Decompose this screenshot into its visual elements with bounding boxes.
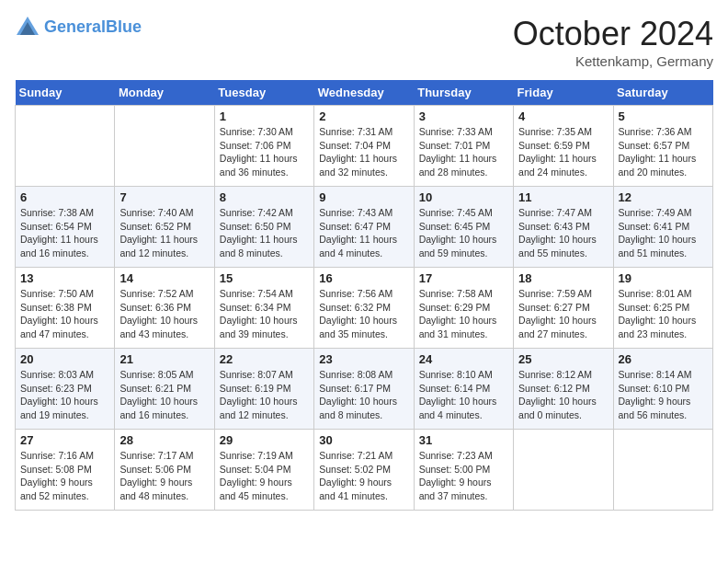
day-info: Sunrise: 8:12 AMSunset: 6:12 PMDaylight:… [518, 368, 608, 422]
day-number: 9 [319, 190, 408, 204]
day-info: Sunrise: 7:52 AMSunset: 6:36 PMDaylight:… [119, 287, 209, 341]
day-info: Sunrise: 7:54 AMSunset: 6:34 PMDaylight:… [220, 287, 309, 341]
day-info: Sunrise: 8:07 AMSunset: 6:19 PMDaylight:… [220, 368, 309, 422]
day-number: 30 [319, 433, 408, 447]
title-block: October 2024 Kettenkamp, Germany [513, 15, 713, 69]
calendar-cell [115, 106, 214, 187]
day-number: 10 [419, 190, 508, 204]
day-info: Sunrise: 7:45 AMSunset: 6:45 PMDaylight:… [419, 206, 508, 260]
day-number: 1 [220, 109, 309, 123]
day-info: Sunrise: 7:49 AMSunset: 6:41 PMDaylight:… [619, 206, 708, 260]
calendar-cell: 28Sunrise: 7:17 AMSunset: 5:06 PMDayligh… [115, 430, 214, 511]
day-number: 15 [220, 271, 309, 285]
day-number: 24 [419, 352, 508, 366]
day-info: Sunrise: 8:10 AMSunset: 6:14 PMDaylight:… [419, 368, 508, 422]
calendar-cell: 4Sunrise: 7:35 AMSunset: 6:59 PMDaylight… [514, 106, 613, 187]
calendar-cell: 7Sunrise: 7:40 AMSunset: 6:52 PMDaylight… [115, 187, 214, 268]
calendar-cell [514, 430, 613, 511]
logo-text: GeneralBlue [44, 17, 142, 38]
day-number: 21 [119, 352, 209, 366]
day-number: 18 [518, 271, 608, 285]
day-info: Sunrise: 7:50 AMSunset: 6:38 PMDaylight:… [20, 287, 109, 341]
day-info: Sunrise: 8:03 AMSunset: 6:23 PMDaylight:… [20, 368, 109, 422]
header-tuesday: Tuesday [214, 80, 313, 106]
page-header: GeneralBlue October 2024 Kettenkamp, Ger… [15, 15, 713, 69]
calendar-cell: 26Sunrise: 8:14 AMSunset: 6:10 PMDayligh… [613, 349, 712, 430]
calendar-week-5: 27Sunrise: 7:16 AMSunset: 5:08 PMDayligh… [16, 430, 713, 511]
day-info: Sunrise: 7:43 AMSunset: 6:47 PMDaylight:… [319, 206, 408, 260]
day-info: Sunrise: 7:33 AMSunset: 7:01 PMDaylight:… [419, 125, 508, 179]
calendar-cell: 14Sunrise: 7:52 AMSunset: 6:36 PMDayligh… [115, 268, 214, 349]
calendar-cell [16, 106, 115, 187]
header-monday: Monday [115, 80, 214, 106]
day-number: 7 [119, 190, 209, 204]
calendar-cell: 25Sunrise: 8:12 AMSunset: 6:12 PMDayligh… [514, 349, 613, 430]
day-number: 25 [518, 352, 608, 366]
day-info: Sunrise: 8:14 AMSunset: 6:10 PMDaylight:… [619, 368, 708, 422]
calendar-week-1: 1Sunrise: 7:30 AMSunset: 7:06 PMDaylight… [16, 106, 713, 187]
calendar-cell: 3Sunrise: 7:33 AMSunset: 7:01 PMDaylight… [414, 106, 513, 187]
day-info: Sunrise: 8:05 AMSunset: 6:21 PMDaylight:… [119, 368, 209, 422]
day-info: Sunrise: 7:58 AMSunset: 6:29 PMDaylight:… [419, 287, 508, 341]
calendar-cell: 10Sunrise: 7:45 AMSunset: 6:45 PMDayligh… [414, 187, 513, 268]
day-info: Sunrise: 7:47 AMSunset: 6:43 PMDaylight:… [518, 206, 608, 260]
calendar-cell: 13Sunrise: 7:50 AMSunset: 6:38 PMDayligh… [16, 268, 115, 349]
calendar-cell: 30Sunrise: 7:21 AMSunset: 5:02 PMDayligh… [314, 430, 414, 511]
calendar-cell: 18Sunrise: 7:59 AMSunset: 6:27 PMDayligh… [514, 268, 613, 349]
calendar-cell: 8Sunrise: 7:42 AMSunset: 6:50 PMDaylight… [214, 187, 313, 268]
calendar-cell: 23Sunrise: 8:08 AMSunset: 6:17 PMDayligh… [314, 349, 414, 430]
day-number: 3 [419, 109, 508, 123]
calendar-cell: 20Sunrise: 8:03 AMSunset: 6:23 PMDayligh… [16, 349, 115, 430]
day-info: Sunrise: 7:38 AMSunset: 6:54 PMDaylight:… [20, 206, 109, 260]
location: Kettenkamp, Germany [513, 53, 713, 69]
header-wednesday: Wednesday [314, 80, 414, 106]
day-info: Sunrise: 7:31 AMSunset: 7:04 PMDaylight:… [319, 125, 408, 179]
calendar-cell: 5Sunrise: 7:36 AMSunset: 6:57 PMDaylight… [613, 106, 712, 187]
day-info: Sunrise: 7:19 AMSunset: 5:04 PMDaylight:… [220, 449, 309, 503]
calendar-cell: 31Sunrise: 7:23 AMSunset: 5:00 PMDayligh… [414, 430, 513, 511]
calendar-cell: 24Sunrise: 8:10 AMSunset: 6:14 PMDayligh… [414, 349, 513, 430]
calendar-cell: 15Sunrise: 7:54 AMSunset: 6:34 PMDayligh… [214, 268, 313, 349]
day-number: 12 [619, 190, 708, 204]
day-number: 19 [619, 271, 708, 285]
calendar-table: SundayMondayTuesdayWednesdayThursdayFrid… [15, 80, 713, 511]
calendar-cell: 16Sunrise: 7:56 AMSunset: 6:32 PMDayligh… [314, 268, 414, 349]
day-number: 4 [518, 109, 608, 123]
calendar-cell: 19Sunrise: 8:01 AMSunset: 6:25 PMDayligh… [613, 268, 712, 349]
day-number: 14 [119, 271, 209, 285]
calendar-week-3: 13Sunrise: 7:50 AMSunset: 6:38 PMDayligh… [16, 268, 713, 349]
day-number: 29 [220, 433, 309, 447]
day-number: 17 [419, 271, 508, 285]
day-info: Sunrise: 7:35 AMSunset: 6:59 PMDaylight:… [518, 125, 608, 179]
calendar-cell: 22Sunrise: 8:07 AMSunset: 6:19 PMDayligh… [214, 349, 313, 430]
calendar-week-4: 20Sunrise: 8:03 AMSunset: 6:23 PMDayligh… [16, 349, 713, 430]
day-number: 6 [20, 190, 109, 204]
logo: GeneralBlue [15, 15, 142, 40]
calendar-cell: 11Sunrise: 7:47 AMSunset: 6:43 PMDayligh… [514, 187, 613, 268]
day-info: Sunrise: 7:36 AMSunset: 6:57 PMDaylight:… [619, 125, 708, 179]
day-info: Sunrise: 7:30 AMSunset: 7:06 PMDaylight:… [220, 125, 309, 179]
calendar-cell: 27Sunrise: 7:16 AMSunset: 5:08 PMDayligh… [16, 430, 115, 511]
day-number: 13 [20, 271, 109, 285]
month-title: October 2024 [513, 15, 713, 53]
day-number: 23 [319, 352, 408, 366]
calendar-cell: 6Sunrise: 7:38 AMSunset: 6:54 PMDaylight… [16, 187, 115, 268]
calendar-cell: 29Sunrise: 7:19 AMSunset: 5:04 PMDayligh… [214, 430, 313, 511]
calendar-cell: 12Sunrise: 7:49 AMSunset: 6:41 PMDayligh… [613, 187, 712, 268]
header-saturday: Saturday [613, 80, 712, 106]
day-info: Sunrise: 8:01 AMSunset: 6:25 PMDaylight:… [619, 287, 708, 341]
day-number: 22 [220, 352, 309, 366]
logo-icon [15, 15, 40, 40]
day-info: Sunrise: 7:17 AMSunset: 5:06 PMDaylight:… [119, 449, 209, 503]
header-thursday: Thursday [414, 80, 513, 106]
day-number: 2 [319, 109, 408, 123]
day-number: 28 [119, 433, 209, 447]
day-info: Sunrise: 7:23 AMSunset: 5:00 PMDaylight:… [419, 449, 508, 503]
day-info: Sunrise: 7:42 AMSunset: 6:50 PMDaylight:… [220, 206, 309, 260]
calendar-cell: 2Sunrise: 7:31 AMSunset: 7:04 PMDaylight… [314, 106, 414, 187]
logo-line2: Blue [106, 17, 142, 36]
day-info: Sunrise: 8:08 AMSunset: 6:17 PMDaylight:… [319, 368, 408, 422]
day-info: Sunrise: 7:16 AMSunset: 5:08 PMDaylight:… [20, 449, 109, 503]
day-number: 26 [619, 352, 708, 366]
day-number: 31 [419, 433, 508, 447]
